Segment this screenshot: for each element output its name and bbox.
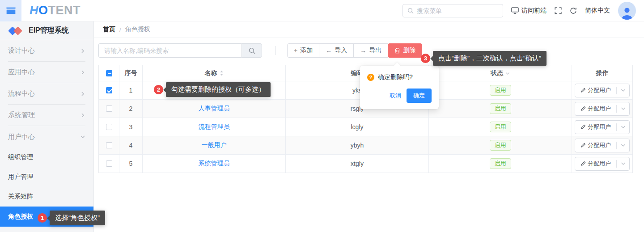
annotation-tooltip: 选择“角色授权” [50, 211, 105, 225]
role-name-link[interactable]: 流程管理员 [199, 123, 230, 131]
app-window: HOTENT 访问前端 简体中文 [0, 0, 644, 232]
delete-popconfirm: ? 确定删除吗? 取消 确定 [360, 66, 439, 109]
pencil-icon [580, 124, 586, 130]
annotation-step-1: 1 选择“角色授权” [38, 211, 105, 225]
status-badge: 启用 [490, 158, 511, 169]
fullscreen-icon[interactable] [555, 7, 562, 14]
sidebar-item-user-mgmt[interactable]: 用户管理 [0, 167, 93, 187]
user-icon [620, 5, 634, 20]
row-checkbox[interactable] [106, 160, 112, 167]
search-icon [249, 47, 255, 54]
sidebar-item-design-center[interactable]: 设计中心 [8, 40, 85, 62]
header-status: 状态 [429, 65, 572, 81]
sidebar-item-system-mgmt[interactable]: 系统管理 [8, 105, 85, 126]
breadcrumb: 首页 / 角色授权 [94, 21, 644, 38]
row-checkbox[interactable] [106, 87, 112, 93]
sidebar-item-org-mgmt[interactable]: 组织管理 [0, 148, 93, 167]
add-button[interactable]: + 添加 [287, 43, 319, 58]
user-avatar[interactable] [618, 2, 636, 20]
chevron-down-icon [621, 162, 626, 165]
assign-dropdown-button[interactable] [617, 162, 629, 165]
export-button[interactable]: → 导出 [353, 43, 388, 58]
plus-icon: + [294, 47, 297, 54]
status-badge: 启用 [490, 85, 511, 96]
sort-icon[interactable] [220, 70, 224, 76]
visit-frontend-button[interactable]: 访问前端 [511, 7, 547, 15]
sidebar-item-app-center[interactable]: 应用中心 [8, 62, 85, 83]
top-header-bar: HOTENT 访问前端 简体中文 [0, 0, 644, 21]
pencil-icon [580, 161, 586, 166]
chevron-down-icon [621, 89, 626, 92]
row-code: xtgly [286, 155, 429, 173]
assign-user-button[interactable]: 分配用户 [575, 120, 630, 134]
menu-collapse-icon [6, 7, 16, 14]
toolbar-divider [275, 46, 276, 55]
filter-chevron-icon[interactable] [505, 72, 510, 75]
chevron-right-icon [80, 48, 85, 54]
assign-user-button[interactable]: 分配用户 [575, 157, 630, 171]
cancel-button[interactable]: 取消 [390, 92, 401, 100]
status-badge: 启用 [490, 122, 511, 133]
assign-user-button[interactable]: 分配用户 [575, 102, 630, 116]
chevron-right-icon [80, 113, 85, 118]
chevron-down-icon [621, 125, 626, 129]
sidebar-item-process-center[interactable]: 流程中心 [8, 83, 85, 105]
main-content: 首页 / 角色授权 + 添加 ← 导入 [94, 21, 644, 232]
language-selector[interactable]: 简体中文 [585, 7, 610, 15]
refresh-icon[interactable] [570, 7, 577, 14]
annotation-step-3: 3 点击“删除”，二次确认，点击“确认” [421, 51, 547, 66]
sidebar-collapse-button[interactable] [0, 0, 21, 21]
row-checkbox[interactable] [106, 105, 112, 112]
assign-user-button[interactable]: 分配用户 [575, 139, 630, 152]
table-toolbar: + 添加 ← 导入 → 导出 删除 [98, 43, 633, 58]
breadcrumb-home[interactable]: 首页 [103, 25, 115, 34]
row-checkbox[interactable] [106, 142, 112, 148]
row-seq: 2 [119, 100, 143, 118]
assign-user-button[interactable]: 分配用户 [575, 84, 630, 97]
select-all-checkbox[interactable] [106, 70, 112, 76]
header-name: 名称 [143, 65, 286, 81]
assign-dropdown-button[interactable] [617, 143, 629, 147]
table-row: 3 流程管理员 lcgly 启用 分配用户 [99, 118, 632, 136]
sidebar-item-user-center[interactable]: 用户中心 [8, 126, 85, 148]
row-seq: 5 [119, 155, 143, 173]
row-code: ybyh [286, 136, 429, 154]
visit-frontend-label: 访问前端 [521, 7, 547, 15]
select-all-cell [99, 65, 119, 81]
header-seq: 序号 [119, 65, 143, 81]
menu-search-box[interactable] [402, 4, 503, 17]
search-icon [407, 8, 414, 14]
chevron-right-icon [80, 91, 85, 97]
topbar-actions: 访问前端 简体中文 [402, 2, 644, 20]
row-seq: 4 [119, 136, 143, 154]
import-button[interactable]: ← 导入 [319, 43, 354, 58]
role-name-link[interactable]: 一般用户 [202, 141, 227, 149]
row-seq: 1 [119, 81, 143, 99]
status-badge: 启用 [490, 103, 511, 114]
assign-dropdown-button[interactable] [617, 107, 629, 110]
arrow-right-icon: → [360, 47, 366, 54]
annotation-tooltip: 勾选需要删除的授权（可多选） [166, 82, 271, 97]
role-search-box [98, 43, 262, 58]
monitor-icon [511, 7, 519, 14]
role-search-input[interactable] [98, 43, 242, 58]
chevron-right-icon [80, 70, 85, 75]
confirm-button[interactable]: 确定 [407, 89, 432, 103]
table-row: 5 系统管理员 xtgly 启用 分配用户 [99, 155, 632, 173]
eip-diamond-logo-icon [9, 25, 23, 36]
assign-dropdown-button[interactable] [617, 89, 629, 92]
sidebar-item-relation-matrix[interactable]: 关系矩阵 [0, 187, 93, 207]
chevron-down-icon [621, 143, 626, 147]
role-name-link[interactable]: 人事管理员 [199, 105, 230, 113]
annotation-step-2: 2 勾选需要删除的授权（可多选） [154, 82, 271, 97]
annotation-tooltip: 点击“删除”，二次确认，点击“确认” [433, 51, 547, 66]
search-button[interactable] [242, 43, 262, 58]
step-badge: 2 [154, 85, 163, 94]
menu-search-input[interactable] [417, 7, 498, 14]
row-checkbox[interactable] [106, 124, 112, 130]
help-icon: ? [367, 74, 374, 81]
delete-button[interactable]: 删除 [388, 43, 422, 58]
row-code: lcgly [286, 118, 429, 136]
role-name-link[interactable]: 系统管理员 [199, 160, 230, 168]
assign-dropdown-button[interactable] [617, 125, 629, 129]
